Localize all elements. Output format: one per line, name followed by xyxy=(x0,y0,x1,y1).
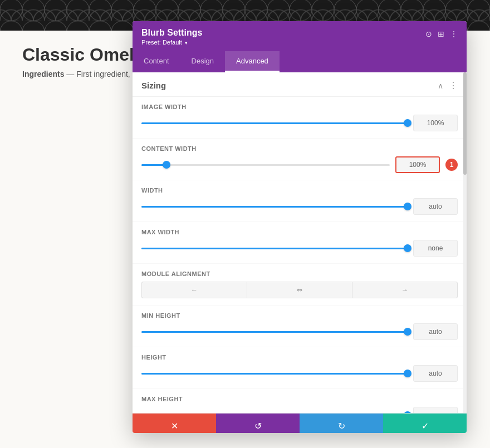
modal-footer: ✕ ↺ ↻ ✓ xyxy=(133,413,467,433)
min-height-control xyxy=(141,323,458,340)
max-height-row: Max Height xyxy=(133,389,467,413)
tab-advanced[interactable]: Advanced xyxy=(225,51,280,72)
align-center-button[interactable]: ⇔ xyxy=(247,282,352,298)
modal-preset[interactable]: Preset: Default ▾ xyxy=(141,39,202,46)
width-input[interactable] xyxy=(413,198,458,215)
height-control xyxy=(141,365,458,382)
max-width-label: Max Width xyxy=(141,229,458,235)
modal-header-icons: ⊙ ⊞ ⋮ xyxy=(425,30,458,38)
content-width-badge: 1 xyxy=(445,159,458,171)
align-left-button[interactable]: ← xyxy=(141,282,247,298)
target-icon[interactable]: ⊙ xyxy=(425,30,432,38)
section-header-icons: ∧ ⋮ xyxy=(438,80,458,91)
width-label: Width xyxy=(141,187,458,194)
modal-header-left: Blurb Settings Preset: Default ▾ xyxy=(141,28,202,46)
height-input[interactable] xyxy=(413,365,458,382)
max-width-control xyxy=(141,240,458,257)
split-icon[interactable]: ⊞ xyxy=(438,30,444,38)
max-width-row: Max Width xyxy=(133,222,467,264)
modal-overlay: Blurb Settings Preset: Default ▾ ⊙ ⊞ ⋮ C… xyxy=(0,0,490,448)
content-width-control: 1 xyxy=(141,156,458,173)
image-width-row: Image Width xyxy=(133,97,467,139)
scrollbar-thumb xyxy=(463,72,467,175)
more-options-icon[interactable]: ⋮ xyxy=(450,30,458,38)
content-width-row: Content Width 1 xyxy=(133,139,467,180)
modal-tabs: Content Design Advanced xyxy=(133,51,467,72)
cancel-button[interactable]: ✕ xyxy=(133,413,216,433)
alignment-group: ← ⇔ → xyxy=(141,282,458,298)
preset-arrow-icon: ▾ xyxy=(185,40,188,46)
section-more-icon[interactable]: ⋮ xyxy=(449,80,458,91)
min-height-input[interactable] xyxy=(413,323,458,340)
sizing-section-header: Sizing ∧ ⋮ xyxy=(133,72,467,97)
height-label: Height xyxy=(141,354,458,361)
tab-content[interactable]: Content xyxy=(133,51,180,72)
image-width-label: Image Width xyxy=(141,104,458,110)
content-width-slider[interactable] xyxy=(141,160,390,169)
modal-header: Blurb Settings Preset: Default ▾ ⊙ ⊞ ⋮ xyxy=(133,21,467,51)
align-right-button[interactable]: → xyxy=(352,282,458,298)
module-alignment-row: Module Alignment ← ⇔ → xyxy=(133,264,467,306)
min-height-label: Min Height xyxy=(141,312,458,319)
sizing-section-title: Sizing xyxy=(141,81,166,90)
min-height-slider[interactable] xyxy=(141,327,408,336)
image-width-input[interactable] xyxy=(413,115,458,131)
max-height-input[interactable] xyxy=(413,407,458,413)
width-row: Width xyxy=(133,180,467,222)
max-height-slider[interactable] xyxy=(141,411,408,413)
max-width-slider[interactable] xyxy=(141,244,408,253)
height-slider[interactable] xyxy=(141,369,408,378)
tab-design[interactable]: Design xyxy=(180,51,225,72)
module-alignment-control: ← ⇔ → xyxy=(141,282,458,298)
redo-button[interactable]: ↻ xyxy=(300,413,383,433)
blurb-settings-modal: Blurb Settings Preset: Default ▾ ⊙ ⊞ ⋮ C… xyxy=(133,21,467,433)
width-control xyxy=(141,198,458,215)
image-width-slider[interactable] xyxy=(141,119,408,127)
content-width-input[interactable] xyxy=(395,156,440,173)
width-slider[interactable] xyxy=(141,202,408,211)
modal-title: Blurb Settings xyxy=(141,28,202,38)
modal-body[interactable]: Sizing ∧ ⋮ Image Width xyxy=(133,72,467,413)
image-width-control xyxy=(141,115,458,131)
content-width-label: Content Width xyxy=(141,145,458,152)
save-button[interactable]: ✓ xyxy=(383,413,467,433)
collapse-icon[interactable]: ∧ xyxy=(438,81,443,90)
min-height-row: Min Height xyxy=(133,306,467,347)
module-alignment-label: Module Alignment xyxy=(141,270,458,277)
height-row: Height xyxy=(133,347,467,389)
max-width-input[interactable] xyxy=(413,240,458,257)
max-height-label: Max Height xyxy=(141,396,458,402)
reset-button[interactable]: ↺ xyxy=(216,413,300,433)
max-height-control xyxy=(141,407,458,413)
scrollbar-track xyxy=(463,72,467,413)
